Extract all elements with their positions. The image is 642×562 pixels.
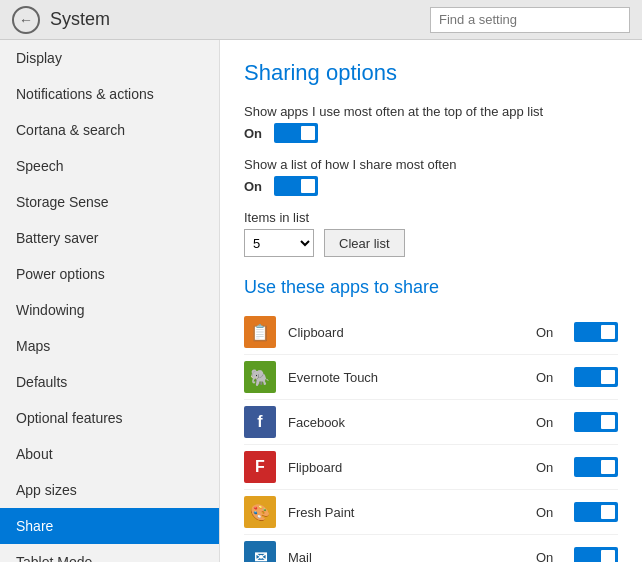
items-controls-row: 53710 Clear list (244, 229, 618, 257)
back-arrow-icon: ← (19, 12, 33, 28)
app-name-freshpaint: Fresh Paint (288, 505, 536, 520)
app-name-mail: Mail (288, 550, 536, 563)
sidebar-item-speech[interactable]: Speech (0, 148, 219, 184)
apps-section-title: Use these apps to share (244, 277, 618, 298)
setting2-label: Show a list of how I share most often (244, 157, 618, 172)
app-icon-mail: ✉ (244, 541, 276, 562)
app-name-flipboard: Flipboard (288, 460, 536, 475)
app-row-clipboard: 📋ClipboardOn (244, 310, 618, 355)
main-layout: DisplayNotifications & actionsCortana & … (0, 40, 642, 562)
app-row-facebook: fFacebookOn (244, 400, 618, 445)
app-status-facebook: On (536, 415, 566, 430)
app-status-evernote: On (536, 370, 566, 385)
setting2-value-row: On (244, 176, 618, 196)
clear-list-button[interactable]: Clear list (324, 229, 405, 257)
app-toggle-facebook[interactable] (574, 412, 618, 432)
app-row-flipboard: FFlipboardOn (244, 445, 618, 490)
sidebar-item-power[interactable]: Power options (0, 256, 219, 292)
setting1-label: Show apps I use most often at the top of… (244, 104, 618, 119)
app-toggle-freshpaint[interactable] (574, 502, 618, 522)
setting2-value-label: On (244, 179, 264, 194)
app-name-evernote: Evernote Touch (288, 370, 536, 385)
sidebar-item-storage[interactable]: Storage Sense (0, 184, 219, 220)
sidebar-item-notifications[interactable]: Notifications & actions (0, 76, 219, 112)
window-title: System (50, 9, 430, 30)
setting1-value-label: On (244, 126, 264, 141)
app-icon-facebook: f (244, 406, 276, 438)
app-name-clipboard: Clipboard (288, 325, 536, 340)
app-status-clipboard: On (536, 325, 566, 340)
app-icon-clipboard: 📋 (244, 316, 276, 348)
sidebar-item-cortana[interactable]: Cortana & search (0, 112, 219, 148)
apps-list: 📋ClipboardOn🐘Evernote TouchOnfFacebookOn… (244, 310, 618, 562)
back-button[interactable]: ← (12, 6, 40, 34)
items-in-list-label: Items in list (244, 210, 618, 225)
app-toggle-mail[interactable] (574, 547, 618, 562)
items-in-list-row: Items in list 53710 Clear list (244, 210, 618, 257)
sharing-options-title: Sharing options (244, 60, 618, 86)
sidebar-item-about[interactable]: About (0, 436, 219, 472)
title-bar: ← System (0, 0, 642, 40)
app-status-mail: On (536, 550, 566, 563)
setting2-toggle[interactable] (274, 176, 318, 196)
app-row-freshpaint: 🎨Fresh PaintOn (244, 490, 618, 535)
setting-row-2: Show a list of how I share most often On (244, 157, 618, 196)
sidebar-item-tablet[interactable]: Tablet Mode (0, 544, 219, 562)
setting1-value-row: On (244, 123, 618, 143)
app-icon-freshpaint: 🎨 (244, 496, 276, 528)
sidebar: DisplayNotifications & actionsCortana & … (0, 40, 220, 562)
items-select[interactable]: 53710 (244, 229, 314, 257)
app-toggle-evernote[interactable] (574, 367, 618, 387)
setting-row-1: Show apps I use most often at the top of… (244, 104, 618, 143)
sidebar-item-windowing[interactable]: Windowing (0, 292, 219, 328)
app-row-evernote: 🐘Evernote TouchOn (244, 355, 618, 400)
app-name-facebook: Facebook (288, 415, 536, 430)
app-toggle-clipboard[interactable] (574, 322, 618, 342)
search-input[interactable] (430, 7, 630, 33)
app-icon-flipboard: F (244, 451, 276, 483)
sidebar-item-defaults[interactable]: Defaults (0, 364, 219, 400)
app-row-mail: ✉MailOn (244, 535, 618, 562)
sidebar-item-maps[interactable]: Maps (0, 328, 219, 364)
app-icon-evernote: 🐘 (244, 361, 276, 393)
sidebar-item-optional[interactable]: Optional features (0, 400, 219, 436)
app-toggle-flipboard[interactable] (574, 457, 618, 477)
sidebar-item-appsizes[interactable]: App sizes (0, 472, 219, 508)
sidebar-item-share[interactable]: Share (0, 508, 219, 544)
sidebar-item-display[interactable]: Display (0, 40, 219, 76)
content-area: Sharing options Show apps I use most oft… (220, 40, 642, 562)
sidebar-item-battery[interactable]: Battery saver (0, 220, 219, 256)
app-status-flipboard: On (536, 460, 566, 475)
app-status-freshpaint: On (536, 505, 566, 520)
setting1-toggle[interactable] (274, 123, 318, 143)
